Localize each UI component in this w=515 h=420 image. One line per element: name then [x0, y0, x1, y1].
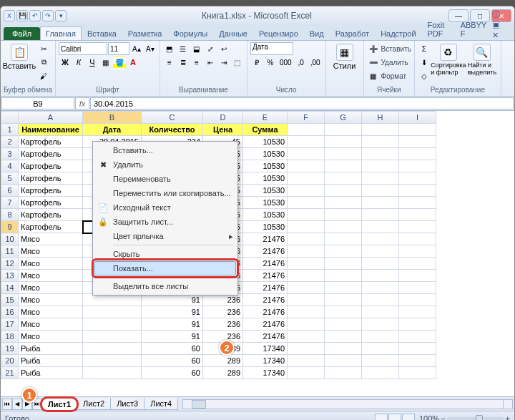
view-normal-icon[interactable] — [375, 414, 388, 421]
cell[interactable]: 10530 — [243, 136, 288, 148]
fill-color-icon[interactable]: 🪣 — [113, 56, 126, 69]
grid[interactable]: ABCDEFGHI1НаименованиеДатаКоличествоЦена… — [1, 111, 514, 396]
cell[interactable]: 236 — [203, 294, 243, 306]
sheet-tab-1[interactable]: Лист1 — [41, 397, 77, 411]
align-bottom-icon[interactable]: ⬓ — [190, 42, 203, 55]
cell[interactable]: 236 — [203, 306, 243, 318]
cell[interactable]: Картофель — [19, 148, 83, 160]
insert-cell-icon[interactable]: ➕ — [367, 42, 380, 55]
cell[interactable]: 21476 — [243, 233, 288, 245]
align-middle-icon[interactable]: ☰ — [177, 42, 190, 55]
cell[interactable]: 21476 — [243, 282, 288, 294]
sheet-tab-3[interactable]: Лист3 — [110, 398, 144, 410]
cell[interactable]: Картофель — [19, 209, 83, 221]
copy-icon[interactable]: ⧉ — [37, 56, 50, 69]
tab-nav-first-icon[interactable]: ⏮ — [2, 399, 12, 410]
cell[interactable]: Мясо — [19, 294, 83, 306]
percent-icon[interactable]: % — [264, 56, 277, 69]
cell[interactable]: 17340 — [243, 367, 288, 379]
cell[interactable]: Мясо — [19, 318, 83, 331]
cell[interactable]: 10530 — [243, 185, 288, 197]
tab-home[interactable]: Главная — [40, 26, 82, 40]
header-cell[interactable]: Количество — [142, 124, 203, 136]
cell[interactable]: 21476 — [243, 318, 288, 331]
row-header-15[interactable]: 15 — [1, 294, 19, 306]
format-cell-icon[interactable]: ▦ — [367, 69, 380, 82]
cell[interactable]: 236 — [203, 318, 243, 331]
cell[interactable]: Мясо — [19, 270, 83, 282]
row-header-19[interactable]: 19 — [1, 343, 19, 355]
row-header-16[interactable]: 16 — [1, 306, 19, 318]
col-header-F[interactable]: F — [288, 112, 325, 124]
align-right-icon[interactable]: ≡ — [190, 56, 203, 69]
paste-button[interactable]: 📋 Вставить — [4, 42, 35, 72]
find-select-button[interactable]: 🔍 Найти и выделить — [466, 42, 498, 77]
cell[interactable]: 60 — [142, 355, 203, 367]
indent-dec-icon[interactable]: ⇤ — [204, 56, 217, 69]
cell[interactable] — [83, 331, 142, 343]
col-header-D[interactable]: D — [203, 112, 243, 124]
col-header-B[interactable]: B — [83, 112, 142, 124]
header-cell[interactable]: Цена — [203, 124, 243, 136]
cell[interactable]: 21476 — [243, 245, 288, 258]
cell[interactable]: 60 — [142, 367, 203, 379]
row-header-8[interactable]: 8 — [1, 209, 19, 221]
select-all[interactable] — [1, 112, 19, 124]
shrink-font-icon[interactable]: A▾ — [144, 42, 157, 55]
zoom-out-icon[interactable]: − — [441, 414, 445, 421]
row-header-10[interactable]: 10 — [1, 233, 19, 245]
help-icon[interactable]: ⓘ ▣ ✕ — [492, 9, 509, 40]
zoom-slider[interactable] — [447, 417, 504, 420]
sheet-tab-2[interactable]: Лист2 — [77, 398, 111, 410]
cell[interactable] — [83, 306, 142, 318]
col-header-C[interactable]: C — [142, 112, 203, 124]
horizontal-scrollbar[interactable] — [182, 399, 513, 409]
row-header-21[interactable]: 21 — [1, 367, 19, 379]
cell[interactable]: 10530 — [243, 160, 288, 172]
tab-insert[interactable]: Вставка — [82, 26, 122, 40]
sheet-tab-4[interactable]: Лист4 — [144, 398, 178, 410]
fill-icon[interactable]: ⬇ — [418, 56, 431, 69]
sort-filter-button[interactable]: ♻ Сортировка и фильтр — [433, 42, 464, 77]
cell[interactable]: 289 — [203, 367, 243, 379]
col-header-I[interactable]: I — [399, 112, 436, 124]
ctx-hide[interactable]: Скрыть — [94, 247, 236, 261]
header-cell[interactable]: Сумма — [243, 124, 288, 136]
cell[interactable]: 289 — [203, 355, 243, 367]
cell[interactable] — [83, 355, 142, 367]
cell[interactable]: Мясо — [19, 233, 83, 245]
tab-dev[interactable]: Разработ — [330, 26, 375, 40]
fx-icon[interactable]: fx — [75, 97, 89, 109]
cell[interactable]: 91 — [142, 331, 203, 343]
qat-dropdown-icon[interactable]: ▾ — [55, 10, 67, 21]
row-header-11[interactable]: 11 — [1, 245, 19, 258]
tab-foxit[interactable]: Foxit PDF — [422, 18, 455, 40]
align-top-icon[interactable]: ⬒ — [163, 42, 176, 55]
cell[interactable]: Картофель — [19, 172, 83, 185]
cell[interactable]: 21476 — [243, 294, 288, 306]
underline-icon[interactable]: Ч — [86, 56, 99, 69]
ctx-move[interactable]: Переместить или скопировать... — [94, 186, 236, 200]
cell[interactable]: Рыба — [19, 343, 83, 355]
row-header-1[interactable]: 1 — [1, 124, 19, 136]
tab-layout[interactable]: Разметка — [122, 26, 168, 40]
ctx-rename[interactable]: Переименовать — [94, 172, 236, 186]
cell[interactable]: 91 — [142, 306, 203, 318]
ctx-insert[interactable]: Вставить... — [94, 143, 236, 157]
undo-icon[interactable]: ↶ — [29, 10, 41, 21]
row-header-6[interactable]: 6 — [1, 185, 19, 197]
cell[interactable]: 60 — [142, 343, 203, 355]
inc-decimal-icon[interactable]: ,0 — [295, 56, 308, 69]
header-cell[interactable]: Дата — [83, 124, 142, 136]
ctx-select-all[interactable]: Выделить все листы — [94, 279, 236, 293]
tab-data[interactable]: Данные — [213, 26, 253, 40]
italic-icon[interactable]: К — [72, 56, 85, 69]
orientation-icon[interactable]: ⤢ — [204, 42, 217, 55]
thousands-icon[interactable]: 000 — [278, 56, 294, 69]
cell[interactable]: Картофель — [19, 197, 83, 209]
tab-abbyy[interactable]: ABBYY F — [455, 18, 493, 40]
view-layout-icon[interactable] — [388, 414, 401, 421]
row-header-7[interactable]: 7 — [1, 197, 19, 209]
cell[interactable] — [83, 367, 142, 379]
cell[interactable] — [83, 294, 142, 306]
